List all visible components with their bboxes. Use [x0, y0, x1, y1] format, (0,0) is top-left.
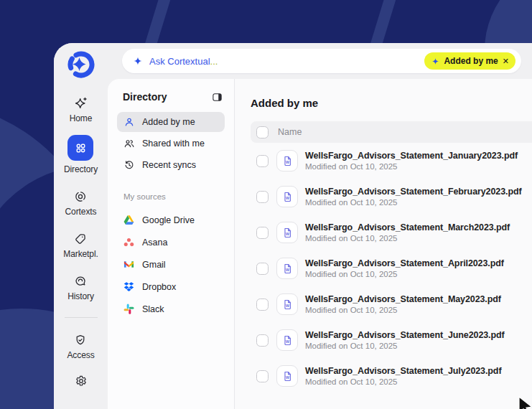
word-file-icon: W	[276, 186, 298, 207]
file-modified: Modified on Oct 10, 2025	[305, 306, 501, 314]
table-row[interactable]: W WellsFargo_Advisors_Statement_March202…	[251, 215, 532, 250]
close-icon[interactable]: ✕	[503, 57, 509, 65]
cortextual-logo	[65, 49, 97, 80]
file-modified: Modified on Oct 10, 2025	[305, 377, 501, 386]
word-file-icon: W	[276, 329, 298, 351]
sidebar-item-label: Cortexts	[65, 207, 97, 217]
word-file-icon: W	[276, 293, 298, 315]
my-sources-label: My sources	[123, 192, 225, 201]
source-label: Dropbox	[142, 282, 176, 292]
asana-icon	[123, 237, 134, 248]
dir-item-recent-syncs[interactable]: Recent syncs	[117, 155, 225, 175]
content-column: Ask Cortextual... Added by me ✕ Director…	[108, 43, 532, 409]
sidebar-item-label: Directory	[64, 164, 98, 174]
person-icon	[123, 116, 135, 128]
sidebar-item-access[interactable]: Access	[67, 334, 94, 360]
file-modified: Modified on Oct 10, 2025	[305, 234, 510, 243]
table-row[interactable]: W WellsFargo_Advisors_Statement_February…	[251, 179, 532, 215]
app-window: Home Directory Cortexts	[54, 43, 532, 409]
file-name: WellsFargo_Advisors_Statement_January202…	[305, 151, 518, 161]
row-checkbox[interactable]	[256, 191, 269, 203]
row-checkbox[interactable]	[256, 155, 269, 167]
source-label: Slack	[142, 304, 164, 314]
word-file-icon: W	[276, 222, 298, 243]
select-all-checkbox[interactable]	[256, 126, 269, 138]
row-checkbox[interactable]	[256, 334, 269, 347]
source-slack[interactable]: Slack	[117, 298, 225, 320]
row-checkbox[interactable]	[256, 227, 269, 239]
file-name: WellsFargo_Advisors_Statement_July2023.p…	[305, 366, 501, 376]
source-dropbox[interactable]: Dropbox	[117, 276, 225, 298]
source-label: Asana	[142, 238, 167, 248]
dir-item-label: Recent syncs	[142, 160, 196, 170]
mouse-cursor	[518, 395, 532, 409]
table-row[interactable]: W WellsFargo_Advisors_Statement_July2023…	[251, 358, 532, 394]
clock-history-icon	[123, 159, 135, 171]
row-checkbox[interactable]	[256, 298, 269, 311]
word-file-icon: W	[276, 365, 298, 387]
file-name: WellsFargo_Advisors_Statement_April2023.…	[305, 258, 504, 268]
source-gmail[interactable]: Gmail	[117, 253, 225, 276]
svg-text:W: W	[285, 160, 289, 164]
dir-item-label: Added by me	[142, 117, 195, 127]
table-row[interactable]: W WellsFargo_Advisors_Statement_January2…	[251, 143, 532, 179]
dropbox-icon	[123, 281, 134, 292]
sidebar-divider	[65, 317, 98, 318]
slack-icon	[123, 304, 134, 314]
name-column-header: Name	[278, 127, 302, 137]
table-row[interactable]: W WellsFargo_Advisors_Statement_April202…	[251, 250, 532, 286]
file-name: WellsFargo_Advisors_Statement_February20…	[305, 187, 522, 197]
svg-text:W: W	[285, 304, 289, 308]
chip-label: Added by me	[444, 56, 498, 66]
source-asana[interactable]: Asana	[117, 231, 225, 253]
dir-item-shared-with-me[interactable]: Shared with me	[117, 133, 225, 154]
directory-panel: Directory	[108, 79, 235, 409]
sidebar-item-marketplace[interactable]: Marketpl.	[63, 232, 98, 259]
sidebar-item-directory[interactable]: Directory	[64, 135, 98, 174]
svg-text:W: W	[285, 268, 289, 272]
gear-icon	[75, 375, 88, 387]
sidebar-item-cortexts[interactable]: Cortexts	[65, 190, 97, 217]
row-checkbox[interactable]	[256, 370, 269, 382]
main-content: Added by me Name W WellsFargo_Advisors_S…	[235, 79, 532, 409]
source-label: Gmail	[142, 260, 166, 270]
sidebar-item-label: Home	[70, 113, 93, 123]
file-name: WellsFargo_Advisors_Statement_June2023.p…	[305, 330, 505, 340]
directory-grid-icon	[67, 135, 93, 161]
table-row[interactable]: W WellsFargo_Advisors_Statement_June2023…	[251, 322, 532, 358]
sidebar-item-label: History	[67, 291, 94, 301]
collapse-panel-icon[interactable]	[212, 92, 223, 103]
page-title: Added by me	[251, 97, 532, 109]
settings-button[interactable]	[75, 375, 88, 387]
file-modified: Modified on Oct 10, 2025	[305, 342, 505, 350]
sparkle-icon	[133, 56, 143, 66]
dir-item-added-by-me[interactable]: Added by me	[117, 112, 225, 132]
file-modified: Modified on Oct 10, 2025	[305, 270, 504, 278]
row-checkbox[interactable]	[256, 263, 269, 275]
word-file-icon: W	[276, 150, 298, 171]
nav-sidebar: Home Directory Cortexts	[54, 43, 108, 409]
gmail-icon	[123, 259, 134, 270]
file-modified: Modified on Oct 10, 2025	[305, 198, 522, 207]
svg-text:W: W	[285, 232, 289, 236]
shield-check-icon	[74, 334, 87, 347]
directory-panel-title: Directory	[123, 91, 167, 103]
file-modified: Modified on Oct 10, 2025	[305, 162, 518, 171]
home-sparkle-icon	[74, 96, 88, 110]
sidebar-item-history[interactable]: History	[67, 275, 94, 301]
source-google-drive[interactable]: Google Drive	[117, 209, 225, 231]
chat-bubble-icon	[74, 275, 87, 288]
filter-chip-added-by-me[interactable]: Added by me ✕	[424, 52, 515, 70]
source-label: Google Drive	[142, 215, 195, 225]
tag-icon	[74, 232, 87, 245]
file-name: WellsFargo_Advisors_Statement_March2023.…	[305, 222, 510, 232]
ask-cortextual-input[interactable]: Ask Cortextual... Added by me ✕	[122, 49, 521, 73]
people-icon	[123, 138, 135, 149]
sidebar-item-home[interactable]: Home	[70, 96, 93, 123]
cortexts-target-icon	[74, 190, 87, 203]
word-file-icon: W	[276, 258, 298, 279]
search-placeholder: Ask Cortextual...	[149, 56, 424, 67]
table-row[interactable]: W WellsFargo_Advisors_Statement_May2023.…	[251, 286, 532, 322]
sidebar-item-label: Marketpl.	[63, 249, 98, 259]
dir-item-label: Shared with me	[142, 138, 205, 149]
